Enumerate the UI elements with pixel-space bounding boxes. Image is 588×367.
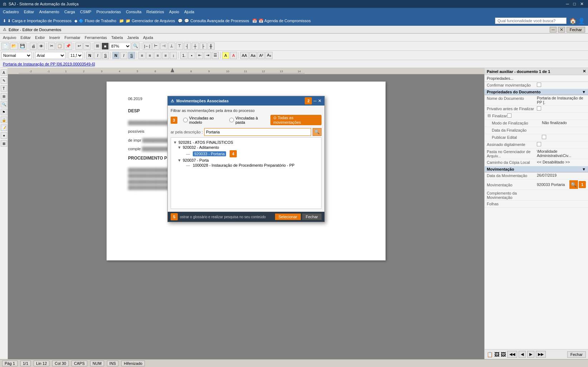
editor-minimize-btn[interactable]: ─	[550, 27, 557, 33]
close-panel-x[interactable]: ✕	[583, 69, 586, 74]
tb-more-4[interactable]: ⊥	[168, 43, 175, 50]
tb-undo[interactable]: ↩	[75, 43, 83, 50]
radio-vinculadas-pasta[interactable]: Vinculadas à pasta	[229, 116, 266, 124]
section-doc-collapse[interactable]: ▼	[582, 90, 586, 94]
editor-menu-arquivo[interactable]: Arquivo	[3, 35, 16, 40]
doc-scroll-area[interactable]: 06.2019 DESP ███████████████████████████…	[8, 74, 484, 359]
maximize-btn[interactable]: □	[572, 1, 577, 6]
tool-4[interactable]: ⊞	[1, 93, 7, 99]
properties-label[interactable]: Propriedades...	[487, 76, 514, 80]
tool-5[interactable]: 🔍	[1, 101, 7, 107]
tb-more-1[interactable]: |←|	[143, 43, 152, 50]
tb-italic2[interactable]: I	[120, 52, 127, 59]
dialog-close-btn[interactable]: Fechar	[302, 214, 322, 220]
dialog-select-btn[interactable]: Selecionar	[275, 214, 301, 220]
person-icon[interactable]: 👤	[578, 18, 585, 24]
tool-8[interactable]: 📝	[1, 124, 7, 131]
tb-bold2[interactable]: N	[112, 52, 119, 59]
tb-align-right[interactable]: ≡	[154, 52, 161, 59]
confirm-mov-checkbox[interactable]	[537, 83, 541, 87]
radio-vinculadas-modelo[interactable]: Vinculadas ao modelo	[183, 116, 225, 124]
publicar-edital-checkbox[interactable]	[542, 135, 546, 139]
menu-andamento[interactable]: Andamento	[39, 10, 59, 14]
menu-apoio[interactable]: Apoio	[169, 10, 179, 14]
tool-1[interactable]: A	[1, 69, 7, 76]
panel-icon-2[interactable]: 🖼	[494, 352, 499, 357]
tool-2[interactable]: ✎	[1, 77, 7, 84]
menu-carga[interactable]: Carga	[64, 10, 75, 14]
tb-spacing[interactable]: ↕	[170, 52, 177, 59]
tool-10[interactable]: ⊠	[1, 140, 7, 147]
tb-paste[interactable]: 📌	[64, 43, 72, 50]
tb-superscript[interactable]: A²	[258, 52, 265, 59]
tb-open[interactable]: 📂	[10, 43, 18, 50]
menu-cadastro[interactable]: Cadastro	[3, 10, 19, 14]
toolbar-carga[interactable]: ⬇ ⬇ Carga e Importação de Processos	[3, 19, 72, 23]
menu-consulta[interactable]: Consulta	[126, 10, 141, 14]
tb-align-left[interactable]: ≡	[138, 52, 146, 59]
tree-item-920032[interactable]: ▼ 920032 - Aditamento	[177, 145, 320, 150]
tb-preview[interactable]: 👁	[38, 43, 45, 50]
tree-item-920281[interactable]: ▼ 920281 - ATOS FINALÍSTICOS	[172, 140, 320, 145]
tb-cut[interactable]: ✂	[48, 43, 55, 50]
tree-item-1000028[interactable]: — 1000028 - Instauração de Procedimento …	[185, 163, 320, 168]
nav-last-btn[interactable]: ▶▶	[536, 351, 546, 358]
tb-align-center[interactable]: ≡	[146, 52, 153, 59]
tb-more-5[interactable]: ⊤	[176, 43, 183, 50]
panel-close-btn[interactable]: Fechar	[567, 351, 586, 358]
tool-7[interactable]: 🔒	[1, 117, 7, 123]
tb-new[interactable]: 📄	[1, 43, 9, 50]
radio-todas-selected[interactable]: ⊙ Todas as movimentações	[270, 115, 322, 125]
font-select[interactable]: Arial	[35, 52, 65, 59]
toolbar-arquivos[interactable]: 📁 📁 Gerenciador de Arquivos	[119, 19, 175, 23]
section-mov-collapse[interactable]: ▼	[582, 167, 586, 171]
menu-procuradorias[interactable]: Procuradorias	[96, 10, 121, 14]
editor-menu-inserir[interactable]: Inserir	[49, 35, 60, 40]
dialog-search-btn[interactable]: 🔍	[313, 128, 322, 136]
nav-prev-btn[interactable]: ◀	[519, 351, 526, 358]
tb-black-square[interactable]: ■	[102, 43, 109, 50]
panel-icon-3[interactable]: 🖼	[501, 352, 506, 357]
menu-csmp[interactable]: CSMP	[80, 10, 92, 14]
tb-more-2[interactable]: ⊢	[152, 43, 160, 50]
tb-copy[interactable]: 📋	[56, 43, 64, 50]
nav-first-btn[interactable]: ◀◀	[507, 351, 517, 358]
tree-item-920037[interactable]: ▼ 920037 - Porta	[177, 158, 320, 163]
fechar-btn[interactable]: Fechar	[567, 27, 585, 33]
home-icon[interactable]: 🏠	[569, 18, 577, 24]
editor-menu-janela[interactable]: Janela	[127, 35, 139, 40]
privativo-checkbox[interactable]	[537, 106, 541, 111]
editor-menu-editar[interactable]: Editar	[20, 35, 31, 40]
tb-more-3[interactable]: ⊣	[160, 43, 167, 50]
toolbar-consulta[interactable]: 💬 💬 Consulta Avançada de Processos	[178, 19, 249, 23]
dialog-minimize-btn[interactable]: ─	[313, 97, 317, 104]
tb-list-ul[interactable]: •	[188, 52, 195, 59]
assinado-dig-checkbox[interactable]	[537, 142, 541, 146]
size-select[interactable]: 11,5	[69, 52, 83, 59]
tb-indent-dec[interactable]: ⇤	[196, 52, 203, 59]
tb-caps-down[interactable]: Aa	[249, 52, 257, 59]
editor-menu-tabela[interactable]: Tabela	[111, 35, 123, 40]
tb-save[interactable]: 💾	[19, 43, 26, 50]
radio-pasta-input[interactable]	[229, 118, 234, 122]
tb-redo[interactable]: ↪	[83, 43, 90, 50]
tb-highlight[interactable]: A	[222, 52, 229, 59]
editor-menu-ferramentas[interactable]: Ferramentas	[85, 35, 107, 40]
style-select[interactable]: Normal	[1, 52, 32, 59]
doc-link[interactable]: Portaria de Instauração de PP [06.2019.0…	[3, 62, 95, 66]
dialog-tree[interactable]: ▼ 920281 - ATOS FINALÍSTICOS ▼ 920032 - …	[171, 137, 322, 209]
editor-menu-ajuda[interactable]: Ajuda	[143, 35, 153, 40]
minimize-btn[interactable]: ─	[564, 1, 570, 6]
tb-print[interactable]: 🖨	[30, 43, 37, 50]
close-app-btn[interactable]: ✕	[579, 1, 585, 6]
editor-menu-formatar[interactable]: Formatar	[64, 35, 80, 40]
toolbar-fluxo[interactable]: ◆ 🔷 Fluxo de Trabalho	[74, 19, 116, 23]
tb-under2[interactable]: S	[128, 52, 135, 59]
tb-zoom-in[interactable]: 🔍	[132, 43, 139, 50]
nav-next-btn[interactable]: ▶	[527, 351, 534, 358]
menu-ajuda[interactable]: Ajuda	[184, 10, 194, 14]
tb-underline[interactable]: S	[102, 52, 109, 59]
tool-6[interactable]: ⚑	[1, 109, 7, 115]
tb-more-8[interactable]: ├	[200, 43, 207, 50]
editor-close-btn[interactable]: ✕	[558, 27, 565, 33]
